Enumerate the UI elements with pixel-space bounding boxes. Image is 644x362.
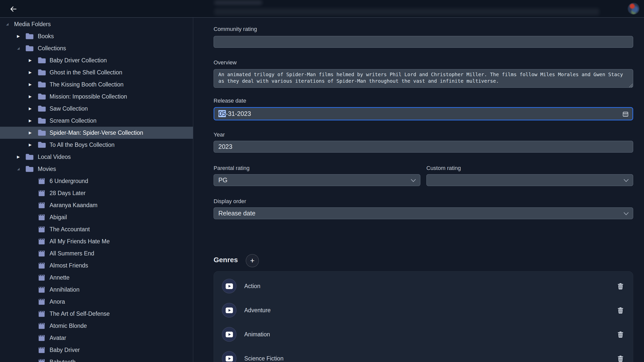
smart-display-icon — [222, 351, 236, 362]
tree-item-movie[interactable]: Anora — [0, 296, 193, 308]
tree-item-folder[interactable]: ▶Books — [0, 30, 193, 42]
calendar-icon[interactable] — [622, 111, 629, 117]
collapse-caret-icon[interactable]: ◢ — [16, 163, 21, 175]
parental-rating-select[interactable]: PG — [214, 174, 420, 186]
custom-rating-label: Custom rating — [426, 165, 461, 171]
tree-item-label: The Art of Self-Defense — [50, 310, 110, 317]
release-date-input[interactable]: 05-31-2023 — [214, 107, 633, 120]
tree-item-movie[interactable]: Annihilation — [0, 284, 193, 296]
release-date-label: Release date — [214, 98, 246, 104]
expand-caret-icon[interactable]: ▶ — [16, 151, 21, 163]
genre-label: Animation — [244, 322, 270, 346]
folder-icon — [37, 69, 46, 76]
tree-item-movie[interactable]: All Summers End — [0, 247, 193, 259]
overview-textarea[interactable] — [214, 69, 633, 88]
tree-item-label: Baby Driver Collection — [50, 57, 107, 64]
genre-label: Adventure — [244, 298, 271, 322]
movie-icon — [37, 322, 46, 330]
expand-caret-icon[interactable]: ▶ — [28, 115, 33, 127]
tree-item-label: Avatar — [50, 335, 66, 341]
plus-icon: + — [250, 256, 255, 265]
folder-icon — [37, 129, 46, 136]
folder-icon — [25, 153, 34, 160]
folder-icon — [25, 33, 34, 40]
community-rating-input[interactable] — [214, 36, 633, 48]
movie-icon — [37, 310, 46, 318]
tree-item-movie[interactable]: Abigail — [0, 211, 193, 223]
expand-caret-icon[interactable]: ▶ — [16, 30, 21, 42]
tree-item-movie[interactable]: Aaranya Kaandam — [0, 199, 193, 211]
tree-item-folder[interactable]: ▶Mission: Impossible Collection — [0, 90, 193, 103]
tree-item-movie[interactable]: Annette — [0, 272, 193, 284]
parental-rating-label: Parental rating — [214, 165, 250, 171]
top-app-bar — [0, 0, 644, 18]
movie-icon — [37, 346, 46, 354]
expand-caret-icon[interactable]: ▶ — [28, 90, 33, 103]
metadata-editor-form: Community rating Overview Release date 0… — [214, 0, 633, 362]
trash-icon[interactable] — [617, 331, 624, 338]
tree-item-folder[interactable]: ▶Spider-Man: Spider-Verse Collection — [0, 127, 193, 139]
trash-icon[interactable] — [617, 355, 624, 362]
tree-item-label: Aaranya Kaandam — [50, 202, 98, 209]
year-input[interactable] — [214, 141, 633, 153]
tree-item-folder[interactable]: ▶Local Videos — [0, 151, 193, 163]
arrow-left-icon — [9, 5, 17, 13]
tree-item-movie[interactable]: Atomic Blonde — [0, 320, 193, 332]
expand-caret-icon[interactable]: ▶ — [28, 139, 33, 151]
genre-label: Science Fiction — [244, 346, 284, 362]
collapse-caret-icon[interactable]: ◢ — [16, 42, 21, 54]
tree-item-folder[interactable]: ▶The Kissing Booth Collection — [0, 78, 193, 90]
collapse-caret-icon[interactable]: ◢ — [5, 18, 10, 30]
movie-icon — [37, 358, 46, 362]
custom-rating-select[interactable] — [426, 174, 633, 186]
expand-caret-icon[interactable]: ▶ — [28, 54, 33, 66]
tree-item-label: Baby Driver — [50, 347, 80, 353]
expand-caret-icon[interactable]: ▶ — [28, 78, 33, 90]
tree-item-folder[interactable]: ▶Baby Driver Collection — [0, 54, 193, 66]
tree-item-movie[interactable]: Babyteeth — [0, 356, 193, 362]
tree-item-label: Almost Friends — [50, 262, 88, 269]
movie-icon — [37, 202, 46, 209]
folder-icon — [37, 117, 46, 124]
trash-icon[interactable] — [617, 283, 624, 290]
tree-item-folder[interactable]: ◢Movies — [0, 163, 193, 175]
tree-item-label: Media Folders — [14, 21, 51, 28]
tree-item-label: Scream Collection — [50, 117, 97, 124]
genres-list-card: Action Adventure Animation Science Ficti… — [214, 271, 633, 362]
media-folder-tree: ◢Media Folders▶Books◢Collections▶Baby Dr… — [0, 18, 193, 362]
movie-icon — [37, 286, 46, 293]
back-button[interactable] — [9, 4, 18, 14]
tree-item-movie[interactable]: Baby Driver — [0, 344, 193, 356]
display-order-value: Release date — [218, 210, 255, 217]
chevron-down-icon — [623, 179, 629, 182]
tree-item-folder[interactable]: ▶To All the Boys Collection — [0, 139, 193, 151]
tree-item-movie[interactable]: 6 Underground — [0, 175, 193, 187]
tree-item-label: Anora — [50, 298, 65, 305]
tree-item-folder[interactable]: ◢Collections — [0, 42, 193, 54]
tree-item-label: Saw Collection — [50, 105, 88, 112]
trash-icon[interactable] — [617, 307, 624, 314]
tree-item-movie[interactable]: Almost Friends — [0, 259, 193, 272]
tree-item-folder[interactable]: ▶Ghost in the Shell Collection — [0, 66, 193, 78]
tree-item-label: Abigail — [50, 214, 67, 221]
folder-icon — [37, 93, 46, 100]
tree-item-movie[interactable]: The Accountant — [0, 223, 193, 235]
add-genre-button[interactable]: + — [246, 254, 259, 267]
overview-label: Overview — [214, 59, 237, 66]
tree-item-label: The Accountant — [50, 226, 90, 233]
movie-icon — [37, 214, 46, 221]
movie-icon — [37, 262, 46, 269]
display-order-select[interactable]: Release date — [214, 207, 633, 219]
tree-item-label: Movies — [38, 166, 56, 172]
expand-caret-icon[interactable]: ▶ — [28, 127, 33, 139]
tree-item-movie[interactable]: All My Friends Hate Me — [0, 235, 193, 247]
expand-caret-icon[interactable]: ▶ — [28, 66, 33, 78]
tree-item-folder[interactable]: ▶Scream Collection — [0, 115, 193, 127]
tree-item-movie[interactable]: Avatar — [0, 332, 193, 344]
user-avatar[interactable] — [628, 3, 639, 14]
tree-item-movie[interactable]: The Art of Self-Defense — [0, 308, 193, 320]
tree-item-movie[interactable]: 28 Days Later — [0, 187, 193, 199]
tree-item-folder[interactable]: ◢Media Folders — [0, 18, 193, 30]
tree-item-folder[interactable]: ▶Saw Collection — [0, 103, 193, 115]
expand-caret-icon[interactable]: ▶ — [28, 103, 33, 115]
